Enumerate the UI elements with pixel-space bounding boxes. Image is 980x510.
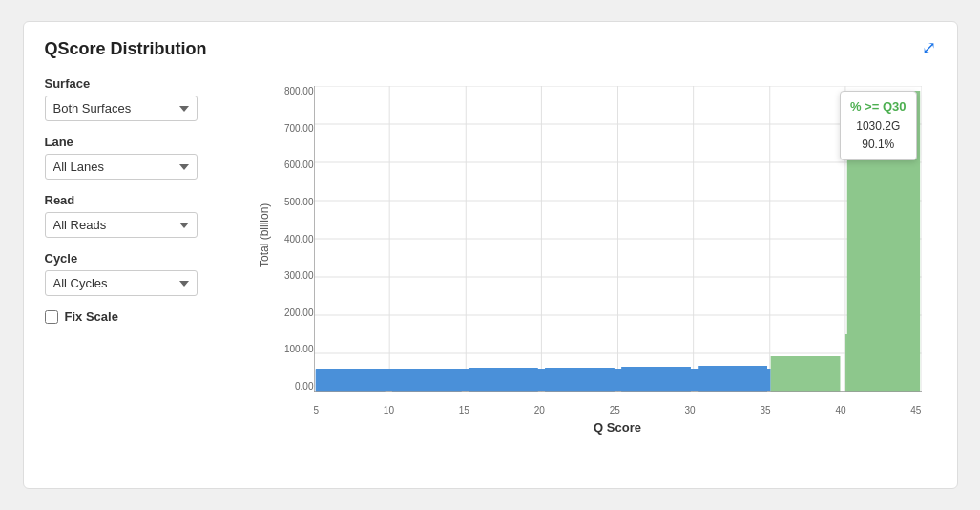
tooltip-header: % >= Q30 [850, 97, 907, 117]
x-label-5: 5 [314, 405, 320, 415]
x-label-15: 15 [459, 405, 469, 415]
y-label-300: 300.00 [284, 270, 314, 281]
card-title: QScore Distribution [45, 39, 207, 59]
cycle-select[interactable]: All Cycles [45, 270, 198, 296]
cycle-label: Cycle [45, 251, 236, 266]
x-label-35: 35 [760, 405, 770, 415]
chart-area: Total (billion) 800.00 700.00 600.00 500… [245, 76, 936, 439]
x-labels: 5 10 15 20 25 30 35 40 45 [314, 405, 922, 415]
read-control-group: Read All Reads Read 1 Read 2 [45, 193, 236, 238]
y-label-0: 0.00 [295, 381, 313, 392]
x-axis-title: Q Score [314, 420, 922, 435]
content-area: Surface Both Surfaces Surface 1 Surface … [45, 76, 936, 439]
lane-control-group: Lane All Lanes Lane 1 Lane 2 Lane 3 Lane… [45, 135, 236, 180]
tooltip-value2: 90.1% [850, 136, 907, 154]
x-label-25: 25 [610, 405, 620, 415]
x-label-10: 10 [384, 405, 394, 415]
read-label: Read [45, 193, 236, 207]
lane-select[interactable]: All Lanes Lane 1 Lane 2 Lane 3 Lane 4 [45, 154, 198, 180]
y-label-500: 500.00 [284, 197, 314, 207]
surface-label: Surface [45, 76, 236, 91]
qscore-distribution-card: QScore Distribution ⤢ Surface Both Surfa… [23, 21, 958, 489]
y-label-700: 700.00 [284, 123, 314, 134]
read-select[interactable]: All Reads Read 1 Read 2 [45, 212, 198, 238]
tooltip-value1: 1030.2G [850, 117, 907, 136]
y-labels: 800.00 700.00 600.00 500.00 400.00 300.0… [274, 86, 314, 392]
fix-scale-label: Fix Scale [65, 309, 118, 324]
bar-blue-main [315, 369, 770, 391]
lane-label: Lane [45, 135, 236, 149]
x-label-30: 30 [685, 405, 696, 415]
x-label-45: 45 [910, 405, 921, 415]
surface-control-group: Surface Both Surfaces Surface 1 Surface … [45, 76, 236, 121]
cycle-control-group: Cycle All Cycles [45, 251, 236, 296]
fix-scale-checkbox[interactable] [45, 310, 58, 324]
y-axis-label: Total (billion) [258, 248, 271, 267]
chart-plot-area: % >= Q30 1030.2G 90.1% [314, 86, 922, 392]
y-label-100: 100.00 [284, 344, 314, 354]
chart-svg [314, 86, 922, 392]
expand-icon[interactable]: ⤢ [922, 39, 936, 56]
fix-scale-row: Fix Scale [45, 309, 236, 324]
card-header: QScore Distribution ⤢ [45, 39, 936, 59]
chart-wrapper: Total (billion) 800.00 700.00 600.00 500… [255, 76, 936, 439]
y-label-600: 600.00 [284, 159, 314, 170]
y-label-400: 400.00 [284, 234, 314, 244]
y-label-800: 800.00 [284, 86, 314, 96]
chart-tooltip: % >= Q30 1030.2G 90.1% [840, 91, 917, 160]
x-label-40: 40 [835, 405, 845, 415]
y-label-200: 200.00 [284, 308, 314, 318]
x-label-20: 20 [534, 405, 545, 415]
surface-select[interactable]: Both Surfaces Surface 1 Surface 2 [45, 96, 198, 121]
bar-q30 [770, 356, 840, 392]
controls-panel: Surface Both Surfaces Surface 1 Surface … [45, 76, 236, 439]
